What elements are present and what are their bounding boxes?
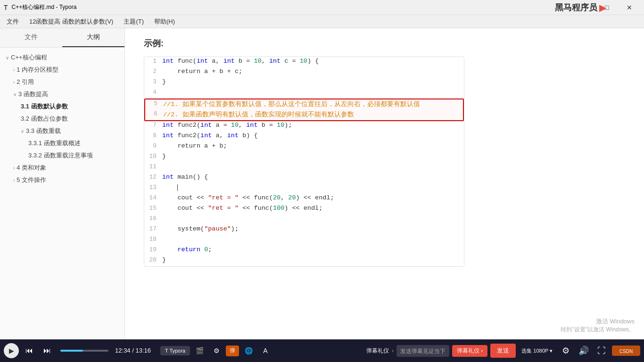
code-line-3: 3 } [144,78,464,88]
code-line-2: 2 return a + b + c; [144,67,464,78]
progress-bar-bg[interactable] [60,350,108,352]
code-line-4: 4 [144,88,464,99]
taskbar-icon-4[interactable]: A [258,343,273,358]
sidebar-item-label: 3.3.1 函数重载概述 [28,139,81,148]
sidebar-item-label: 3.3 函数重载 [26,127,61,135]
skip-next-icon[interactable]: ⏭ [40,343,55,358]
menu-chapter[interactable]: 12函数提高 函数的默认参数(V) [25,16,118,28]
code-line-11: 11 [144,163,464,173]
sidebar-item-label: C++核心编程 [11,53,47,62]
sidebar-item-1[interactable]: › 1 内存分区模型 [0,64,124,76]
csdn-badge: CSDN [612,346,640,356]
arrow-icon: › [13,178,15,183]
app-icons-area: T Typora 🎬 ⚙ 弹 🌐 A [160,343,273,358]
sidebar-item-label: 3.2 函数占位参数 [21,115,68,123]
code-line-7: 7 int func2(int a = 10, int b = 10); [144,121,464,132]
play-button[interactable]: ▶ [4,343,19,358]
menu-file[interactable]: 文件 [2,16,24,28]
sidebar-item-label: 2 引用 [17,78,34,86]
windows-activation: 激活 Windows 转到"设置"以激活 Windows。 [561,317,635,334]
sidebar-item-label: 1 内存分区模型 [17,66,58,74]
arrow-icon: › [13,165,15,171]
progress-bar-fill [60,350,83,352]
arrow-icon: ∨ [13,92,17,97]
sidebar-tabs: 文件 大纲 [0,28,124,48]
taskbar-right: 弹幕礼仪 › 发送弹幕见证当下 弹幕礼仪 › 发送 选集 1080P ▾ ⚙ 🔊… [366,343,640,358]
sidebar-content: ∨ C++核心编程 › 1 内存分区模型 › 2 引用 ∨ 3 函数提高 3.1… [0,48,124,339]
send-button[interactable]: 发送 [490,344,516,358]
progress-area: 12:34 / 13:16 [60,345,155,357]
code-line-19: 19 return 0; [144,246,464,256]
code-line-20: 20 } [144,256,464,266]
skip-prev-icon[interactable]: ⏮ [22,343,37,358]
code-line-6: 6 //2. 如果函数声明有默认值，函数实现的时候就不能有默认参数 [145,110,463,120]
sidebar-item-2[interactable]: › 2 引用 [0,76,124,88]
app-icon: T [4,4,8,11]
arrow-icon: ∨ [21,129,24,134]
code-line-13: 13 [144,183,464,194]
code-line-5: 5 //1. 如果某个位置参数有默认值，那么从这个位置往后，从左向右，必须都要有… [145,99,463,110]
code-line-9: 9 return a + b; [144,142,464,152]
tab-outline[interactable]: 大纲 [62,28,124,47]
fullscreen-icon[interactable]: ⛶ [594,343,609,358]
taskbar: ▶ ⏮ ⏭ 12:34 / 13:16 T Typora 🎬 ⚙ 弹 🌐 A 弹… [0,339,644,362]
logo-icon: ▶ [599,2,606,13]
sidebar-item-label: 5 文件操作 [17,176,46,184]
sidebar-item-5[interactable]: › 5 文件操作 [0,174,124,186]
app-typora[interactable]: T Typora [160,346,190,355]
content-area: 示例: 1 int func(int a, int b = 10, int c … [125,28,644,339]
code-line-18: 18 [144,235,464,246]
sidebar-item-3[interactable]: ∨ 3 函数提高 [0,88,124,100]
bullet-input-area[interactable]: 发送弹幕见证当下 [396,345,449,357]
code-line-14: 14 cout << "ret = " << func(20, 20) << e… [144,194,464,204]
sidebar-item-3-1[interactable]: 3.1 函数默认参数 [0,100,124,113]
arrow-icon: › [13,67,15,73]
logo-text: 黑马程序员 [555,2,597,13]
video-time: 12:34 / 13:16 [111,345,155,357]
sidebar: 文件 大纲 ∨ C++核心编程 › 1 内存分区模型 › 2 引用 ∨ 3 函数… [0,28,125,339]
resolution-selector[interactable]: 选集 1080P ▾ [519,343,555,358]
code-line-1: 1 int func(int a, int b = 10, int c = 10… [144,57,464,67]
menu-bar: 文件 12函数提高 函数的默认参数(V) 主题(T) 帮助(H) [0,15,644,28]
menu-theme[interactable]: 主题(T) [119,16,149,28]
arrow-icon: ∨ [6,55,9,60]
taskbar-icon-3[interactable]: 🌐 [241,343,256,358]
volume-icon[interactable]: 🔊 [576,343,591,358]
bullet-badge: 弹 [226,346,239,356]
close-button[interactable]: ✕ [619,0,640,15]
sidebar-item-3-3-1[interactable]: 3.3.1 函数重载概述 [0,137,124,149]
main-layout: 文件 大纲 ∨ C++核心编程 › 1 内存分区模型 › 2 引用 ∨ 3 函数… [0,28,644,339]
code-line-12: 12 int main() { [144,173,464,183]
taskbar-icon-1[interactable]: 🎬 [192,343,207,358]
sidebar-item-3-3[interactable]: ∨ 3.3 函数重载 [0,125,124,137]
sidebar-item-4[interactable]: › 4 类和对象 [0,162,124,174]
bullet-礼仪-button[interactable]: 弹幕礼仪 › [452,345,487,357]
code-line-16: 16 [144,214,464,225]
arrow-icon: › [13,80,15,85]
section-title: 示例: [144,38,625,49]
window-title: C++核心编程.md - Typora [12,3,77,11]
code-line-10: 10 } [144,152,464,163]
tab-files[interactable]: 文件 [0,28,62,47]
bullet-chat-label: 弹幕礼仪 [366,347,389,355]
code-block: 1 int func(int a, int b = 10, int c = 10… [144,57,464,267]
cursor [177,184,178,191]
sidebar-item-label: 3 函数提高 [18,90,48,99]
sidebar-item-3-3-2[interactable]: 3.3.2 函数重载注意事项 [0,149,124,162]
code-line-17: 17 system("pause"); [144,225,464,235]
menu-help[interactable]: 帮助(H) [149,16,180,28]
title-bar: T C++核心编程.md - Typora 黑马程序员 ▶ ─ □ ✕ [0,0,644,15]
code-line-15: 15 cout << "ret = " << func(100) << endl… [144,204,464,214]
taskbar-icon-2[interactable]: ⚙ [209,343,224,358]
code-line-8: 8 int func2(int a, int b) { [144,132,464,142]
sidebar-item-label: 3.1 函数默认参数 [21,102,68,111]
sidebar-item-3-2[interactable]: 3.2 函数占位参数 [0,113,124,125]
sidebar-item-label: 3.3.2 函数重载注意事项 [28,151,93,160]
sidebar-item-label: 4 类和对象 [17,164,46,172]
video-controls: ▶ ⏮ ⏭ [4,343,55,358]
sidebar-item-root[interactable]: ∨ C++核心编程 [0,51,124,64]
highlighted-block: 5 //1. 如果某个位置参数有默认值，那么从这个位置往后，从左向右，必须都要有… [144,99,464,121]
settings-icon[interactable]: ⚙ [558,343,573,358]
